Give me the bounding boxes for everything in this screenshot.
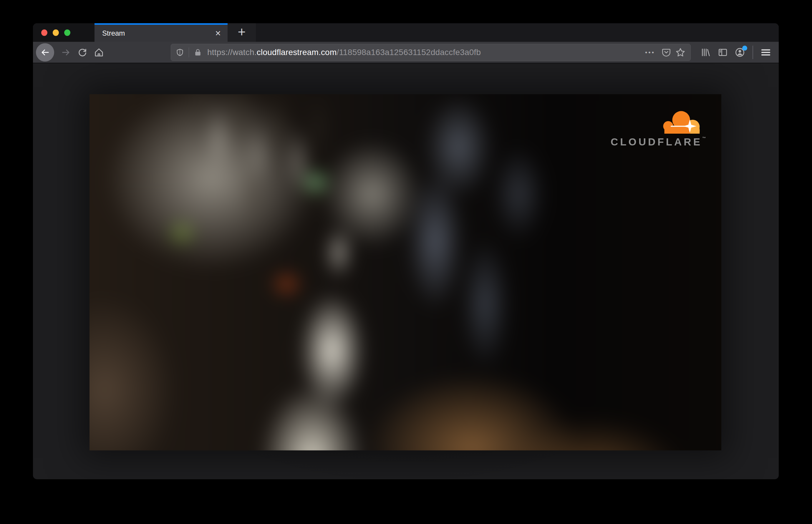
new-tab-button[interactable]: + xyxy=(228,23,256,42)
tracking-protection-shield-icon[interactable] xyxy=(176,48,184,56)
video-player[interactable]: CLOUDFLARE™ xyxy=(90,94,721,451)
pocket-icon xyxy=(662,48,671,57)
tab-title: Stream xyxy=(102,29,125,37)
bookmark-star-button[interactable] xyxy=(673,45,687,60)
star-icon xyxy=(676,47,685,58)
forward-arrow-icon xyxy=(61,47,71,58)
account-notification-dot xyxy=(742,46,747,51)
page-actions-button[interactable]: ••• xyxy=(645,49,655,56)
menu-button[interactable] xyxy=(757,44,774,61)
trademark-symbol: ™ xyxy=(702,136,706,141)
url-domain: cloudflarestream.com xyxy=(257,48,337,57)
home-icon xyxy=(94,47,104,58)
window-controls xyxy=(33,23,95,42)
forward-button[interactable] xyxy=(58,44,74,61)
tab-bar: Stream ✕ + xyxy=(33,23,779,42)
url-path: /118598a163a125631152ddaccfe3a0fb xyxy=(337,48,481,57)
desktop-background: Stream ✕ + xyxy=(0,0,812,524)
cloudflare-wordmark: CLOUDFLARE™ xyxy=(607,136,706,148)
hamburger-icon xyxy=(761,47,771,58)
library-icon xyxy=(701,47,711,58)
reload-icon xyxy=(78,47,87,58)
sidebar-button[interactable] xyxy=(714,44,731,61)
connection-secure-lock-icon[interactable] xyxy=(194,48,202,56)
tab-bar-empty-space xyxy=(256,23,779,42)
save-to-pocket-button[interactable] xyxy=(659,45,673,60)
tab-close-icon[interactable]: ✕ xyxy=(215,30,221,37)
sidebar-icon xyxy=(718,47,728,58)
cloudflare-cloud-icon xyxy=(607,109,706,135)
url-text[interactable]: https://watch.cloudflarestream.com/11859… xyxy=(207,48,643,57)
address-bar[interactable]: https://watch.cloudflarestream.com/11859… xyxy=(171,44,691,61)
home-button[interactable] xyxy=(91,44,107,61)
url-scheme: https://watch. xyxy=(207,48,257,57)
browser-window: Stream ✕ + xyxy=(33,23,779,479)
back-button[interactable] xyxy=(36,43,54,62)
toolbar-divider xyxy=(752,46,753,59)
navigation-toolbar: https://watch.cloudflarestream.com/11859… xyxy=(33,42,779,63)
page-content: CLOUDFLARE™ xyxy=(33,63,779,479)
back-arrow-icon xyxy=(40,47,50,58)
reload-button[interactable] xyxy=(74,44,91,61)
account-button[interactable] xyxy=(731,44,748,61)
close-window-button[interactable] xyxy=(41,30,47,36)
cloudflare-logo: CLOUDFLARE™ xyxy=(607,109,706,148)
zoom-window-button[interactable] xyxy=(64,30,70,36)
library-button[interactable] xyxy=(697,44,714,61)
minimize-window-button[interactable] xyxy=(53,30,59,36)
toolbar-right-icons xyxy=(697,44,774,61)
tab-stream[interactable]: Stream ✕ xyxy=(95,23,228,42)
